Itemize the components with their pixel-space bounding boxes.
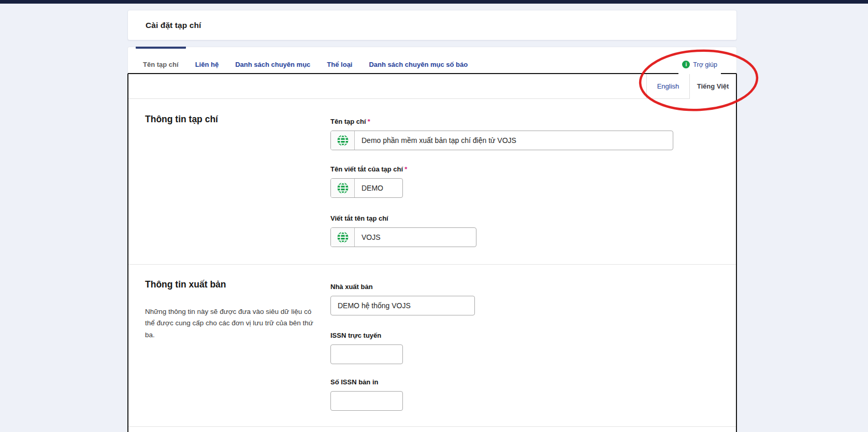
journal-initials-input[interactable] [355,179,402,197]
field-label: Tên viết tắt của tạp chí [330,165,403,173]
field-label: Số ISSN bản in [330,378,378,386]
field-journal-initials: Tên viết tắt của tạp chí* [330,165,407,198]
tab-panel: English Tiếng Việt Thông tin tạp chí Tên… [127,74,737,432]
field-label: Viết tắt tên tạp chí [330,214,388,222]
page-header-card: Cài đặt tạp chí [127,10,737,40]
section-publishing-information: Thông tin xuất bản Những thông tin này s… [128,265,736,427]
page-title: Cài đặt tạp chí [146,21,201,30]
journal-abbreviation-input[interactable] [355,228,476,247]
issn-online-input[interactable] [331,345,402,364]
settings-tabs-card: Tên tạp chí Liên hệ Danh sách chuyên mục… [127,47,737,432]
journal-title-input[interactable] [355,131,673,150]
field-label: Tên tạp chí [330,118,366,125]
globe-icon [331,131,355,150]
help-label: Trợ giúp [693,61,717,68]
required-marker: * [404,165,407,173]
tab-issue-sections[interactable]: Danh sách chuyên mục số báo [361,47,475,73]
required-marker: * [368,118,370,125]
section-journal-information: Thông tin tạp chí Tên tạp chí* [128,99,736,265]
field-issn-print: Số ISSN bản in [330,378,403,411]
info-icon: i [682,61,690,68]
help-button[interactable]: i Trợ giúp [678,58,721,74]
locale-tab-vietnamese[interactable]: Tiếng Việt [690,74,736,99]
settings-tab-bar: Tên tạp chí Liên hệ Danh sách chuyên mục… [127,47,737,74]
journal-settings-page: Cài đặt tạp chí Tên tạp chí Liên hệ Danh… [0,0,868,432]
globe-icon [331,228,355,247]
field-publisher: Nhà xuất bản [330,283,475,315]
section-title: Thông tin tạp chí [145,114,218,125]
field-journal-abbreviation: Viết tắt tên tạp chí [330,214,476,247]
section-title: Thông tin xuất bản [145,279,226,290]
publisher-input[interactable] [331,296,474,315]
tab-contact[interactable]: Liên hệ [188,47,226,73]
globe-icon [331,179,355,197]
tab-categories[interactable]: Thể loại [320,47,359,73]
field-issn-online: ISSN trực tuyến [330,332,403,364]
locale-switcher: English Tiếng Việt [128,74,736,99]
field-journal-title: Tên tạp chí* [330,118,673,150]
tab-journal-name[interactable]: Tên tạp chí [136,47,186,73]
section-description: Những thông tin này sẽ được đưa vào siêu… [145,306,316,341]
top-navigation-bar [0,0,868,4]
issn-print-input[interactable] [331,392,402,410]
field-label: ISSN trực tuyến [330,332,381,339]
locale-tab-english[interactable]: English [646,74,690,99]
field-label: Nhà xuất bản [330,283,373,291]
tab-sections[interactable]: Danh sách chuyên mục [228,47,317,73]
